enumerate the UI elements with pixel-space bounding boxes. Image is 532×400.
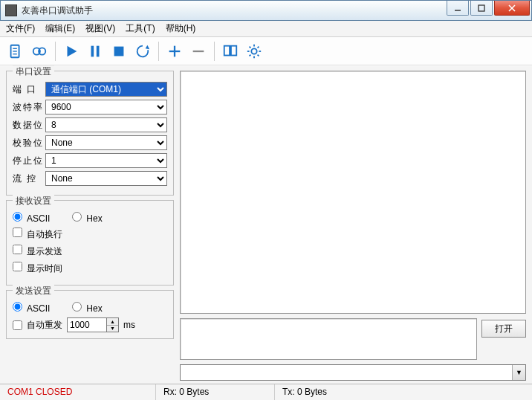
menu-help[interactable]: 帮助(H) — [166, 22, 196, 35]
recv-ascii-radio[interactable]: ASCII — [13, 212, 50, 224]
window-icon[interactable] — [219, 40, 241, 62]
svg-rect-18 — [224, 45, 230, 55]
svg-rect-13 — [114, 46, 124, 56]
interval-spinner[interactable]: ▲▼ — [67, 317, 119, 332]
menu-view[interactable]: 视图(V) — [85, 22, 115, 35]
menu-bar: 文件(F) 编辑(E) 视图(V) 工具(T) 帮助(H) — [0, 21, 532, 37]
auto-resend-checkbox[interactable]: 自动重发 — [13, 319, 62, 332]
pause-icon[interactable] — [84, 40, 106, 62]
status-tx: Tx: 0 Bytes — [275, 384, 532, 400]
plus-icon[interactable] — [163, 40, 186, 62]
record-icon[interactable] — [28, 40, 51, 62]
svg-line-25 — [250, 46, 251, 48]
flow-label: 流 控 — [13, 172, 45, 185]
spin-down-icon[interactable]: ▼ — [107, 326, 118, 332]
stop-label: 停止位 — [13, 155, 45, 167]
app-icon — [5, 4, 17, 16]
minus-icon[interactable] — [187, 40, 210, 62]
left-column: 串口设置 端 口 通信端口 (COM1) 波特率 9600 数据位 8 校验位 … — [6, 71, 174, 381]
svg-rect-19 — [231, 45, 236, 55]
data-label: 数据位 — [13, 119, 45, 132]
send-settings-group: 发送设置 ASCII Hex 自动重发 ▲▼ ms — [6, 290, 174, 339]
maximize-button[interactable] — [470, 1, 493, 16]
open-button[interactable]: 打开 — [481, 320, 526, 338]
close-button[interactable] — [494, 1, 530, 16]
send-textarea[interactable] — [180, 318, 477, 360]
right-column: 打开 ▼ — [180, 71, 526, 381]
send-hex-radio[interactable]: Hex — [72, 302, 102, 314]
recv-hex-radio[interactable]: Hex — [72, 212, 102, 224]
chevron-down-icon[interactable]: ▼ — [512, 365, 525, 380]
svg-line-27 — [250, 54, 251, 56]
menu-file[interactable]: 文件(F) — [6, 22, 35, 35]
auto-wrap-checkbox[interactable]: 自动换行 — [13, 228, 62, 241]
status-port: COM1 CLOSED — [0, 384, 156, 400]
stop-icon[interactable] — [108, 40, 130, 62]
window-buttons — [445, 1, 530, 16]
send-ascii-radio[interactable]: ASCII — [13, 302, 50, 314]
toolbar — [0, 37, 532, 65]
toolbar-separator — [158, 42, 159, 61]
svg-rect-1 — [479, 5, 484, 11]
svg-point-20 — [251, 48, 256, 54]
menu-edit[interactable]: 编辑(E) — [45, 22, 75, 35]
status-bar: COM1 CLOSED Rx: 0 Bytes Tx: 0 Bytes — [0, 384, 532, 400]
svg-line-26 — [258, 54, 259, 56]
play-icon[interactable] — [60, 40, 82, 62]
svg-rect-11 — [91, 45, 94, 57]
interval-unit: ms — [123, 320, 135, 330]
toolbar-separator — [55, 42, 56, 61]
show-time-checkbox[interactable]: 显示时间 — [13, 262, 62, 275]
spin-up-icon[interactable]: ▲ — [107, 318, 118, 326]
stopbits-select[interactable]: 1 — [45, 153, 167, 168]
serial-legend: 串口设置 — [13, 65, 54, 78]
databits-select[interactable]: 8 — [45, 117, 167, 132]
window-title: 友善串口调试助手 — [22, 4, 445, 17]
svg-line-28 — [258, 46, 259, 48]
recv-legend: 接收设置 — [13, 195, 54, 207]
client-area: 串口设置 端 口 通信端口 (COM1) 波特率 9600 数据位 8 校验位 … — [0, 65, 532, 384]
svg-marker-10 — [68, 45, 77, 57]
gear-icon[interactable] — [243, 40, 265, 62]
svg-marker-14 — [146, 45, 150, 49]
refresh-icon[interactable] — [132, 40, 154, 62]
show-send-checkbox[interactable]: 显示发送 — [13, 245, 62, 258]
port-label: 端 口 — [13, 83, 45, 96]
status-rx: Rx: 0 Bytes — [156, 384, 275, 400]
toolbar-separator — [214, 42, 215, 61]
receive-settings-group: 接收设置 ASCII Hex 自动换行 显示发送 显示时间 — [6, 200, 174, 286]
receive-textarea[interactable] — [180, 71, 526, 314]
menu-tools[interactable]: 工具(T) — [126, 22, 155, 35]
interval-input[interactable] — [68, 318, 106, 332]
svg-rect-12 — [97, 45, 100, 57]
port-select[interactable]: 通信端口 (COM1) — [45, 82, 167, 97]
flow-select[interactable]: None — [45, 171, 167, 186]
minimize-button[interactable] — [447, 1, 469, 16]
baud-label: 波特率 — [13, 101, 45, 114]
parity-select[interactable]: None — [45, 135, 167, 150]
title-bar: 友善串口调试助手 — [0, 0, 532, 21]
parity-label: 校验位 — [13, 137, 45, 149]
serial-settings-group: 串口设置 端 口 通信端口 (COM1) 波特率 9600 数据位 8 校验位 … — [6, 71, 174, 196]
baud-select[interactable]: 9600 — [45, 100, 167, 114]
send-legend: 发送设置 — [13, 285, 54, 297]
new-file-icon[interactable] — [4, 40, 27, 62]
history-combo[interactable]: ▼ — [180, 364, 526, 381]
